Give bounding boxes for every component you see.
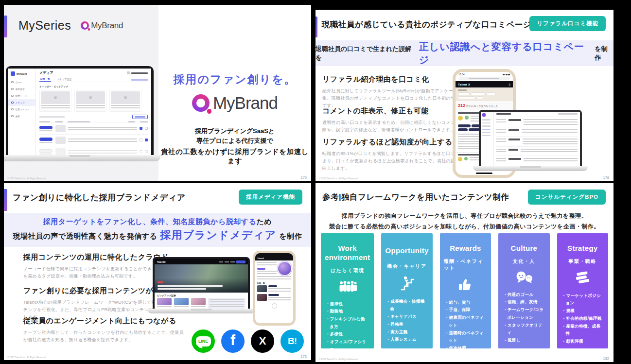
feature-section: リファラル紹介理由を口コミ化 紹介社員に対してリファラルツール(MyRefer)… (322, 75, 469, 109)
key-message-banner: 退職社員の口コミで生まれた誤解を 正しい認識へと変容する口コミページ を制作 (316, 40, 613, 66)
accent-bar (4, 189, 7, 211)
article-thumb (257, 285, 267, 292)
facebook-icon: f (221, 329, 245, 353)
article-row (39, 146, 148, 156)
feature-badge: リファラル口コミ機能 (529, 16, 606, 31)
talentx-logo: TalentX (157, 260, 166, 263)
pickup-card: ▣ (109, 90, 141, 112)
page-icon (11, 95, 14, 97)
signal-battery-icons (503, 74, 510, 75)
slide-cover-mybrand: MySeries MyBrand MyTalent ホーム 基本設定 (4, 5, 311, 181)
feature-section: 従業員のエンゲージメント向上にもつながる オープン社内報として、作ったコンテンツ… (23, 316, 185, 344)
sidebar-item-analytics: 分析 (8, 113, 35, 120)
key-message-banner: 採用ターゲットをファン化し、条件、知名度勝負から脱却する ため 現場社員の声で透… (4, 213, 311, 247)
myseries-logo: MySeries (18, 18, 71, 33)
feature-article-card (255, 260, 293, 276)
pickup-section: ピックアップ記事 (155, 293, 248, 309)
pickup-label: ピックアップ記事 (157, 294, 245, 297)
avatar (458, 116, 463, 121)
media-icon (11, 102, 14, 104)
copyright: © 2023 TalentX Inc. All Rights Reserved. (319, 177, 358, 180)
books-stack-icon (574, 271, 591, 285)
laptop-base (4, 155, 160, 161)
hero-photo (155, 264, 248, 293)
review-row (496, 127, 578, 136)
header-checkbox (140, 127, 142, 130)
avatar (458, 157, 462, 161)
filter-panel (456, 87, 513, 101)
tab-article-list: 記事一覧 (39, 77, 51, 82)
thumbs-up-icon (457, 277, 473, 292)
review-table (494, 112, 580, 166)
mytalent-logo-icon (11, 71, 15, 76)
filter-chips (458, 96, 510, 99)
pickup-card (174, 298, 189, 309)
cover-subtitle-2: 貴社の工数をかけずに採用ブランドを加速します (158, 147, 311, 166)
pickup-cards: ▣ ▣ ▣ (39, 90, 148, 112)
career-stairs-icon (399, 276, 415, 291)
slide-title: 現職社員が感じている貴社のポジティブな口コミページ (322, 19, 531, 30)
sidebar-item-recruit-page: 採用ページ (8, 92, 35, 99)
talentx-logo: TalentX (257, 257, 264, 260)
nav-links-skeleton (219, 260, 245, 263)
sidebar-item-home: ホーム (8, 79, 35, 86)
mybrand-logo-large: MyBrand (158, 93, 311, 113)
category-pill (257, 268, 265, 270)
review-count-row: 212 件の口コミが見つかりました (456, 101, 513, 110)
chat-faces-icon (515, 271, 533, 284)
mybrand-q-icon (192, 94, 210, 112)
image-placeholder-icon: ▣ (111, 91, 140, 104)
status-published-pill (39, 138, 53, 141)
gear-icon (11, 88, 14, 90)
review-count: 212 (458, 103, 465, 108)
pickup-card (191, 298, 206, 309)
laptop-screen (479, 110, 582, 166)
phone-site-header: Talent X ≡ (456, 81, 513, 87)
hatena-bookmark-icon: B! (280, 329, 304, 353)
mybrand-logo-small: MyBrand (81, 21, 123, 31)
hero-title-skeleton (158, 285, 223, 287)
cover-subtitle: 採用ブランディングSaaSと 専任プロによる代行支援で (158, 126, 311, 146)
page-number: 173 (300, 354, 307, 359)
slide-title: ファン創りに特化した採用ブランドメディア (13, 192, 186, 203)
article-row (39, 122, 148, 134)
feature-badge: 採用メディア機能 (239, 190, 302, 205)
laptop-mockup-review-admin (479, 110, 582, 171)
framework-column-strategy: Strategy 事業・戦略 マーケットポジション 規模 社会的信頼/倫理観 (557, 233, 608, 348)
home-icon (11, 81, 14, 84)
avatar (464, 157, 468, 160)
tag-pill (268, 285, 277, 287)
grid-icon (127, 71, 130, 74)
review-row (496, 156, 578, 164)
feature-section: コメントの非表示、修正も可能 透明性の高い口コミを表示するため、公開に相応しくな… (322, 106, 469, 134)
admin-sidebar: MyTalent ホーム 基本設定 採用ページ メディア 社員コメント 分析 (8, 69, 36, 155)
laptop-mockup-admin: MyTalent ホーム 基本設定 採用ページ メディア 社員コメント 分析 メ… (6, 66, 154, 161)
tab-media-settings: メディア設定 (57, 78, 71, 82)
admin-logo: MyTalent (8, 70, 35, 79)
accent-bar (316, 17, 317, 37)
article-list-label: 記事一覧 (255, 281, 293, 284)
feature-badge: コンサルティングBPO (528, 190, 606, 205)
hero-title-skeleton (158, 288, 206, 290)
comment-icon (11, 108, 14, 111)
mybrand-q-icon (81, 21, 89, 30)
admin-tabs: 記事一覧 メディア設定 (39, 77, 148, 82)
slide-framework-content: 参考|独自フレームワークを用いたコンテンツ制作 コンサルティングBPO 採用ブラ… (316, 183, 613, 362)
pickup-card (157, 298, 172, 309)
cover-headline: 採用のファン創りを。 (158, 72, 311, 87)
slide-grid: MySeries MyBrand MyTalent ホーム 基本設定 (0, 0, 631, 364)
framework-intro: 採用ブランドの独自フレームワークを活用し、専任プロが競合比較のうえで魅力を整理。… (316, 211, 613, 232)
side-box (208, 298, 245, 309)
mytalent-logo-text: MyTalent (17, 72, 27, 75)
laptop-screen: TalentX ピックアップ記事 (153, 257, 250, 309)
header-checkbox (140, 139, 142, 141)
sidebar-item-media: メディア (8, 99, 35, 106)
pickup-checkbox (145, 127, 148, 130)
mybrand-logo-text: MyBrand (213, 93, 278, 113)
thumb-placeholder (55, 125, 66, 132)
laptop-screen: MyTalent ホーム 基本設定 採用ページ メディア 社員コメント 分析 メ… (6, 66, 154, 155)
page-number: 178 (603, 175, 609, 180)
review-row (496, 146, 578, 156)
pickup-checkbox (145, 150, 148, 153)
preview-link-skeleton (131, 79, 148, 81)
